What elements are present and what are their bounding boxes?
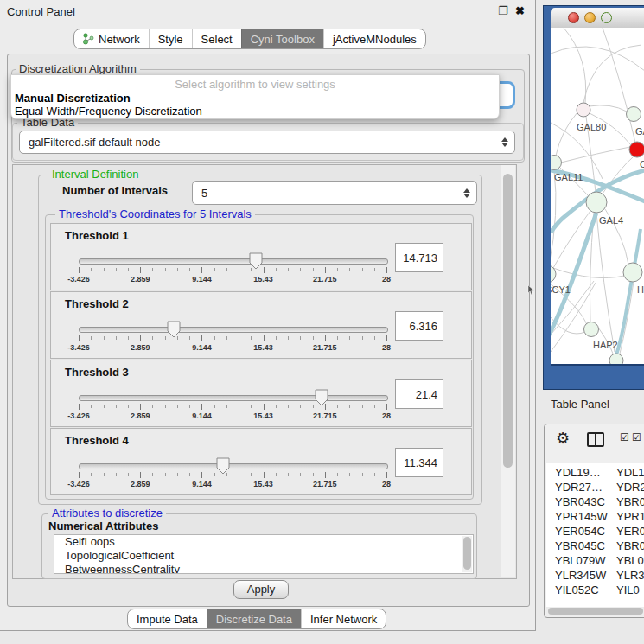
slider-track[interactable] xyxy=(79,395,388,401)
float-window-icon[interactable]: ❐ xyxy=(498,4,508,17)
network-node[interactable] xyxy=(577,103,590,117)
table-data-value: galFiltered.sif default node xyxy=(20,136,501,149)
threshold-row: Threshold 3 -3.4262.8599.14415.4321.7152… xyxy=(50,360,472,427)
interval-definition-title: Interval Definition xyxy=(48,169,142,180)
network-node[interactable] xyxy=(609,354,623,364)
tab-jactivemnodules[interactable]: jActiveMNodules xyxy=(323,29,425,48)
tab-impute-data[interactable]: Impute Data xyxy=(128,609,207,628)
mouse-cursor xyxy=(527,285,535,296)
node-label: C xyxy=(640,159,644,169)
slider-track[interactable] xyxy=(79,463,388,469)
table-row[interactable]: YBL079WYBL0 xyxy=(546,553,644,568)
node-label: GA xyxy=(635,126,644,137)
slider-tick-labels: -3.4262.8599.14415.4321.71528 xyxy=(79,343,386,354)
threshold-value-field[interactable]: 11.344 xyxy=(395,448,443,477)
network-node[interactable] xyxy=(584,322,599,337)
tab-cyni-toolbox[interactable]: Cyni Toolbox xyxy=(241,29,323,48)
threshold-label: Threshold 4 xyxy=(65,434,129,447)
control-panel-tabbar: Network Style Select Cyni Toolbox jActiv… xyxy=(73,29,426,49)
node-label: GAL11 xyxy=(554,172,583,182)
checkbox-icon[interactable]: ☑ xyxy=(632,431,641,443)
window-title: Control Panel xyxy=(7,5,75,18)
table-row[interactable]: YBR045CYBR0 xyxy=(546,539,644,553)
network-icon xyxy=(83,33,94,45)
checkbox-icon[interactable]: ☑ xyxy=(620,431,629,443)
threshold-slider[interactable]: -3.4262.8599.14415.4321.71528 xyxy=(79,389,386,424)
list-item[interactable]: TopologicalCoefficient xyxy=(54,549,473,563)
network-node[interactable] xyxy=(551,156,562,170)
columns-icon[interactable] xyxy=(587,432,604,447)
close-traffic-light[interactable] xyxy=(568,12,579,23)
slider-tick-labels: -3.4262.8599.14415.4321.71528 xyxy=(79,411,386,422)
threshold-value-field[interactable]: 14.713 xyxy=(395,243,443,272)
tab-style[interactable]: Style xyxy=(149,29,192,48)
table-row[interactable]: YBR043CYBR0 xyxy=(546,494,644,509)
combo-stepper-icon xyxy=(462,188,471,198)
threshold-label: Threshold 1 xyxy=(65,229,129,242)
scrollbar-thumb[interactable] xyxy=(548,608,643,615)
threshold-label: Threshold 2 xyxy=(65,297,129,310)
number-of-intervals-combobox[interactable]: 5 xyxy=(192,181,477,205)
list-scrollbar[interactable] xyxy=(462,536,472,572)
slider-ticks xyxy=(79,404,386,410)
slider-ticks xyxy=(79,335,386,341)
numerical-attributes-list: SelfLoops TopologicalCoefficient Between… xyxy=(54,534,474,574)
table-panel-title: Table Panel xyxy=(551,398,609,411)
threshold-slider[interactable]: -3.4262.8599.14415.4321.71528 xyxy=(79,321,386,355)
threshold-value-field[interactable]: 21.4 xyxy=(395,379,443,409)
tab-select[interactable]: Select xyxy=(192,29,241,48)
table-row[interactable]: YER054CYER0 xyxy=(546,524,644,539)
zoom-traffic-light[interactable] xyxy=(601,12,612,23)
control-panel-titlebar: Control Panel ❐ ✖ xyxy=(0,0,535,22)
table-data-combobox[interactable]: galFiltered.sif default node xyxy=(19,131,515,154)
node-label: H xyxy=(637,284,644,295)
network-node[interactable] xyxy=(627,107,641,122)
gear-icon[interactable]: ⚙ xyxy=(556,429,570,448)
slider-tick-labels: -3.4262.8599.14415.4321.71528 xyxy=(79,275,386,285)
close-window-icon[interactable]: ✖ xyxy=(515,4,525,17)
scrollbar-thumb[interactable] xyxy=(503,174,513,468)
number-of-intervals-value: 5 xyxy=(193,187,462,200)
dropdown-item-manual-discretization[interactable]: Manual Discretization xyxy=(15,92,131,105)
network-window-titlebar xyxy=(551,8,644,29)
table-row[interactable]: YPR145WYPR1 xyxy=(546,509,644,524)
network-node[interactable] xyxy=(586,192,607,213)
slider-track[interactable] xyxy=(79,258,388,265)
table-horizontal-scrollbar[interactable] xyxy=(546,607,644,616)
discretization-algorithm-group-title: Discretization Algorithm xyxy=(16,63,140,74)
algorithm-dropdown-popup: Select algorithm to view settings Manual… xyxy=(10,74,500,119)
attributes-group-title: Attributes to discretize xyxy=(48,507,166,519)
network-node-selected[interactable] xyxy=(629,142,644,157)
numerical-attributes-label: Numerical Attributes xyxy=(48,520,158,532)
network-node[interactable] xyxy=(623,263,642,282)
apply-button[interactable]: Apply xyxy=(233,580,289,599)
network-node[interactable] xyxy=(551,265,556,283)
threshold-slider[interactable]: -3.4262.8599.14415.4321.71528 xyxy=(79,457,386,492)
table-row[interactable]: YIL052CYIL0 xyxy=(546,583,644,597)
slider-ticks xyxy=(79,267,386,273)
table-row[interactable]: YDR27…YDR2 xyxy=(546,480,644,494)
list-item[interactable]: BetweennessCentrality xyxy=(54,563,473,574)
tab-infer-network[interactable]: Infer Network xyxy=(301,609,386,628)
network-view-window: GAL80 GA C GAL11 GAL4 GCY1 H HAP2 xyxy=(543,5,644,390)
table-body: YDL19…YDL1 YDR27…YDR2 YBR043CYBR0 YPR145… xyxy=(546,463,644,608)
number-of-intervals-label: Number of Intervals xyxy=(62,184,168,197)
dropdown-item-equal-width-frequency[interactable]: Equal Width/Frequency Discretization xyxy=(15,105,202,118)
minimize-traffic-light[interactable] xyxy=(584,12,596,23)
table-row[interactable]: YLR345WYLR3 xyxy=(546,568,644,583)
threshold-slider[interactable]: -3.4262.8599.14415.4321.71528 xyxy=(79,252,386,287)
list-item[interactable]: SelfLoops xyxy=(54,535,473,549)
cyni-mode-tabbar: Impute Data Discretize Data Infer Networ… xyxy=(127,609,386,629)
threshold-value-field[interactable]: 6.316 xyxy=(395,311,443,341)
slider-tick-labels: -3.4262.8599.14415.4321.71528 xyxy=(79,480,386,490)
network-canvas[interactable]: GAL80 GA C GAL11 GAL4 GCY1 H HAP2 xyxy=(551,28,644,366)
screen: Control Panel ❐ ✖ Network Style S xyxy=(0,0,644,644)
node-label: GAL4 xyxy=(599,215,623,226)
threshold-row: Threshold 4 -3.4262.8599.14415.4321.7152… xyxy=(50,428,472,495)
node-label: HAP2 xyxy=(593,340,618,350)
tab-discretize-data[interactable]: Discretize Data xyxy=(207,609,301,628)
tab-network[interactable]: Network xyxy=(74,29,149,48)
table-row[interactable]: YDL19…YDL1 xyxy=(546,465,644,480)
settings-scrollbar[interactable] xyxy=(501,165,515,577)
slider-track[interactable] xyxy=(79,327,388,333)
